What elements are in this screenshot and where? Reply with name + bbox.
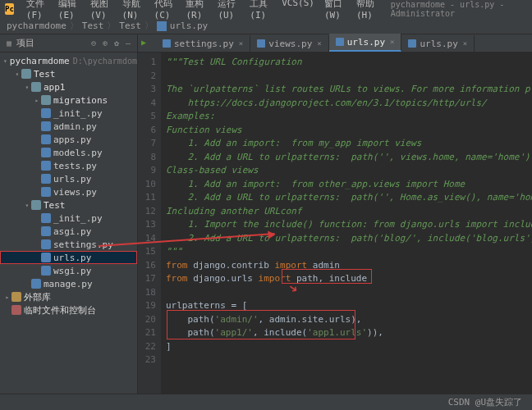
line-gutter: 1234567891011121314151617181920212223 (138, 52, 161, 394)
main-menu: 文件(F) 编辑(E) 视图(V) 导航(N) 代码(C) 重构(R) 运行(U… (22, 0, 383, 22)
tab-urls-active[interactable]: urls.py× (329, 34, 402, 52)
python-file-icon (41, 108, 51, 118)
tree-file-models[interactable]: models.py (0, 146, 137, 159)
tree-scratches[interactable]: 临时文件和控制台 (0, 303, 137, 317)
python-file-icon (31, 279, 41, 289)
tree-file-views[interactable]: views.py (0, 185, 137, 198)
title-bar: Pc 文件(F) 编辑(E) 视图(V) 导航(N) 代码(C) 重构(R) 运… (0, 0, 532, 18)
tree-file-apps[interactable]: apps.py (0, 133, 137, 146)
tree-file-urls-app1[interactable]: urls.py (0, 172, 137, 185)
tab-settings[interactable]: settings.py× (156, 35, 250, 52)
status-bar: CSDN @U盘失踪了 (0, 394, 532, 410)
app-logo-icon: Pc (5, 3, 14, 15)
tree-folder-test[interactable]: ▾Test (0, 67, 137, 80)
python-file-icon (41, 226, 51, 236)
menu-vcs[interactable]: VCS(S) (277, 0, 319, 22)
editor-tabs: ▶ settings.py× views.py× urls.py× urls.p… (138, 34, 532, 52)
python-file-icon (257, 39, 265, 48)
menu-refactor[interactable]: 重构(R) (181, 0, 212, 22)
python-file-icon (41, 239, 51, 249)
editor-area: ▶ settings.py× views.py× urls.py× urls.p… (138, 34, 532, 394)
python-file-icon (408, 39, 416, 48)
crumb-file[interactable]: urls.py (170, 20, 208, 31)
menu-run[interactable]: 运行(U) (213, 0, 244, 22)
code-content[interactable]: """Test URL Configuration The `urlpatter… (161, 52, 532, 394)
project-sidebar: ▦ 项目 ⊖ ⊕ ✿ — ▾pycharmdomeD:\pycharmdome … (0, 34, 138, 394)
tree-external-libs[interactable]: ▸外部库 (0, 290, 137, 303)
crumb-folder2[interactable]: Test (119, 20, 141, 31)
tree-folder-migrations[interactable]: ▸migrations (0, 93, 137, 107)
tree-file-asgi[interactable]: asgi.py (0, 225, 137, 238)
python-file-icon (41, 121, 51, 131)
folder-icon (21, 69, 31, 79)
python-file-icon (163, 39, 171, 48)
tree-file-tests[interactable]: tests.py (0, 159, 137, 172)
python-file-icon (41, 253, 51, 262)
tree-file-urls-project[interactable]: urls.py (0, 251, 137, 264)
python-file-icon (41, 187, 51, 197)
close-icon[interactable]: × (239, 39, 243, 48)
project-tree[interactable]: ▾pycharmdomeD:\pycharmdome ▾Test ▾app1 ▸… (0, 52, 137, 394)
python-file-icon (41, 213, 51, 223)
python-file-icon (41, 174, 51, 184)
tree-file-admin[interactable]: admin.py (0, 120, 137, 133)
folder-icon (31, 82, 41, 92)
close-icon[interactable]: × (317, 39, 321, 48)
panel-title: 项目 (16, 37, 86, 49)
menu-window[interactable]: 窗口(W) (320, 0, 351, 22)
tree-file-manage[interactable]: manage.py (0, 277, 137, 290)
project-view-icon[interactable]: ▦ (5, 39, 13, 48)
python-file-icon (41, 134, 51, 144)
console-icon (11, 305, 21, 315)
locate-icon[interactable]: ⊕ (101, 39, 109, 48)
menu-view[interactable]: 视图(V) (86, 0, 117, 22)
tree-file-init[interactable]: _init_.py (0, 107, 137, 120)
tree-folder-test2[interactable]: ▾Test (0, 198, 137, 212)
menu-edit[interactable]: 编辑(E) (54, 0, 85, 22)
folder-icon (31, 200, 41, 210)
tree-root[interactable]: ▾pycharmdomeD:\pycharmdome (0, 54, 137, 67)
python-file-icon (157, 21, 167, 31)
svg-rect-0 (157, 21, 167, 31)
close-icon[interactable]: × (390, 38, 394, 46)
code-editor[interactable]: 1234567891011121314151617181920212223 ""… (138, 52, 532, 394)
window-title: pycharmdome - urls.py - Administrator (391, 0, 527, 18)
python-file-icon (41, 148, 51, 157)
menu-file[interactable]: 文件(F) (22, 0, 53, 22)
folder-icon (41, 95, 51, 105)
menu-navigate[interactable]: 导航(N) (118, 0, 149, 22)
menu-code[interactable]: 代码(C) (150, 0, 181, 22)
tree-file-wsgi[interactable]: wsgi.py (0, 264, 137, 277)
tab-urls-other[interactable]: urls.py× (401, 35, 475, 52)
python-file-icon (41, 161, 51, 171)
crumb-folder[interactable]: Test (82, 20, 104, 31)
menu-tools[interactable]: 工具(I) (245, 0, 276, 22)
run-icon[interactable]: ▶ (141, 38, 146, 47)
tree-file-init2[interactable]: _init_.py (0, 212, 137, 225)
library-icon (11, 292, 21, 302)
project-panel-header: ▦ 项目 ⊖ ⊕ ✿ — (0, 34, 137, 52)
crumb-project[interactable]: pycharmdome (7, 20, 66, 31)
hide-icon[interactable]: — (124, 39, 132, 48)
watermark-text: CSDN @U盘失踪了 (448, 396, 522, 408)
menu-help[interactable]: 帮助(H) (352, 0, 383, 22)
python-file-icon (336, 38, 344, 46)
gear-icon[interactable]: ✿ (112, 39, 121, 48)
tree-folder-app1[interactable]: ▾app1 (0, 80, 137, 93)
python-file-icon (41, 266, 51, 276)
tab-views[interactable]: views.py× (250, 35, 328, 52)
tree-file-settings[interactable]: settings.py (0, 238, 137, 251)
collapse-icon[interactable]: ⊖ (89, 39, 98, 48)
close-icon[interactable]: × (463, 39, 467, 48)
